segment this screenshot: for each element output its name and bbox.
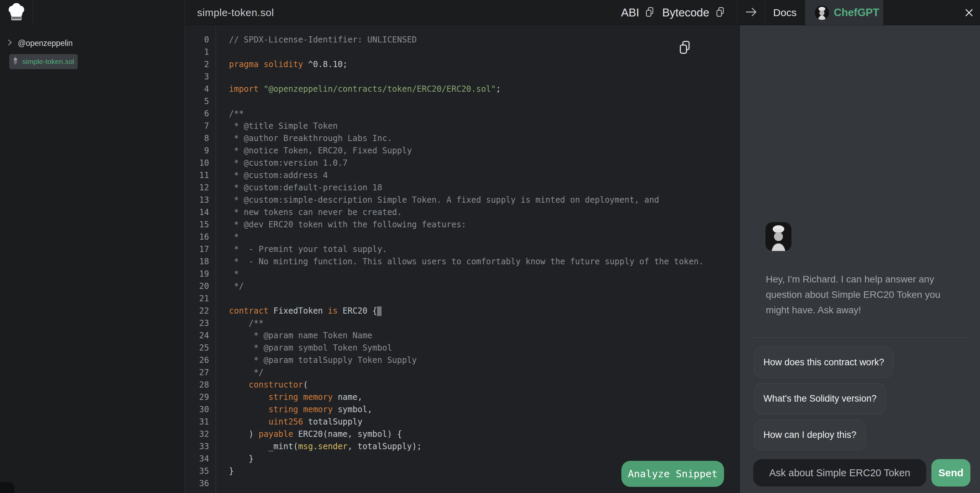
line-number: 36: [185, 479, 209, 488]
line-number: 9: [185, 146, 209, 155]
chef-avatar-icon: [815, 5, 829, 20]
line-number: 28: [185, 380, 209, 389]
chat-input-row: Send: [740, 459, 980, 487]
copy-icon: [716, 7, 725, 19]
panel-divider: [752, 338, 970, 338]
code-lines: 0// SPDX-License-Identifier: UNLICENSED1…: [185, 34, 740, 490]
line-number: 3: [185, 72, 209, 81]
docs-tab-label: Docs: [773, 7, 797, 19]
line-number: 29: [185, 392, 209, 402]
sidebar-header: [33, 0, 185, 25]
line-number: 10: [185, 158, 209, 168]
code-line[interactable]: 15 * @dev ERC20 token with the following…: [185, 219, 740, 231]
line-number: 27: [185, 368, 209, 377]
code-line[interactable]: 4import "@openzeppelin/contracts/token/E…: [185, 83, 740, 95]
code-line[interactable]: 27 */: [185, 366, 740, 379]
code-line[interactable]: 32 ) payable ERC20(name, symbol) {: [185, 428, 740, 440]
analyze-snippet-button[interactable]: Analyze Snippet: [621, 461, 724, 487]
code-line[interactable]: 12 * @custom:default-precision 18: [185, 182, 740, 194]
suggestion-chip[interactable]: How does this contract work?: [754, 347, 893, 378]
code-line[interactable]: 22contract FixedToken is ERC20 {: [185, 305, 740, 317]
line-number: 33: [185, 442, 209, 451]
code-line[interactable]: 20 */: [185, 280, 740, 292]
line-number: 34: [185, 454, 209, 464]
bytecode-label[interactable]: Bytecode: [662, 6, 710, 19]
tab-chefgpt[interactable]: ChefGPT: [805, 0, 883, 25]
code-line[interactable]: 29 string memory name,: [185, 391, 740, 403]
tab-docs[interactable]: Docs: [765, 0, 805, 25]
copy-abi-button[interactable]: [645, 7, 654, 19]
chefgpt-tab-label: ChefGPT: [834, 6, 880, 19]
line-number: 19: [185, 269, 209, 279]
folder-label: @openzeppelin: [18, 39, 73, 48]
code-line[interactable]: 11 * @custom:address 4: [185, 169, 740, 182]
line-number: 32: [185, 429, 209, 439]
top-bar-actions: ABI Bytecode: [612, 0, 980, 25]
code-line[interactable]: 5: [185, 95, 740, 107]
abi-label[interactable]: ABI: [621, 6, 639, 19]
copy-code-button[interactable]: [675, 38, 694, 57]
code-line[interactable]: 8 * @author Breakthrough Labs Inc.: [185, 132, 740, 145]
code-line[interactable]: 30 string memory symbol,: [185, 403, 740, 416]
line-number: 22: [185, 306, 209, 316]
corner-shape: [0, 482, 14, 493]
arrow-right-icon: [745, 5, 757, 19]
line-number: 26: [185, 355, 209, 365]
code-line[interactable]: 10 * @custom:version 1.0.7: [185, 157, 740, 169]
suggestion-chip[interactable]: What's the Solidity version?: [754, 383, 886, 414]
line-number: 1: [185, 47, 209, 57]
code-line[interactable]: 6/**: [185, 107, 740, 120]
line-number: 21: [185, 294, 209, 303]
code-line[interactable]: 18 * - No minting function. This allows …: [185, 255, 740, 268]
code-line[interactable]: 33 _mint(msg.sender, totalSupply);: [185, 440, 740, 453]
code-line[interactable]: 1: [185, 46, 740, 58]
send-button[interactable]: Send: [931, 459, 970, 487]
line-number: 5: [185, 97, 209, 106]
line-number: 35: [185, 466, 209, 476]
code-line[interactable]: 13 * @custom:simple-description Simple T…: [185, 194, 740, 206]
code-line[interactable]: 9 * @notice Token, ERC20, Fixed Supply: [185, 145, 740, 157]
code-line[interactable]: 17 * - Premint your total supply.: [185, 243, 740, 255]
line-number: 23: [185, 318, 209, 328]
code-line[interactable]: 28 constructor(: [185, 379, 740, 391]
copy-icon: [645, 7, 654, 19]
code-line[interactable]: 16 *: [185, 231, 740, 243]
line-number: 20: [185, 281, 209, 291]
code-line[interactable]: 0// SPDX-License-Identifier: UNLICENSED: [185, 34, 740, 46]
chat-input[interactable]: [753, 459, 926, 487]
copy-bytecode-button[interactable]: [716, 7, 725, 19]
code-line[interactable]: 25 * @param symbol Token Symbol: [185, 342, 740, 354]
line-number: 14: [185, 207, 209, 217]
sidebar-item-simple-token[interactable]: simple-token.sol: [9, 54, 78, 69]
richard-avatar: [765, 222, 791, 251]
code-line[interactable]: 26 * @param totalSupply Token Supply: [185, 354, 740, 366]
code-line[interactable]: 23 /**: [185, 317, 740, 329]
code-line[interactable]: 24 * @param name Token Name: [185, 329, 740, 342]
code-line[interactable]: 3: [185, 70, 740, 83]
close-icon[interactable]: [964, 8, 974, 18]
code-line[interactable]: 2pragma solidity ^0.8.10;: [185, 58, 740, 70]
sidebar-item-openzeppelin[interactable]: @openzeppelin: [7, 37, 73, 49]
line-number: 24: [185, 331, 209, 340]
chef-hat-icon: [6, 3, 27, 22]
line-number: 11: [185, 171, 209, 180]
code-line[interactable]: 21: [185, 292, 740, 305]
suggestion-chip[interactable]: How can I deploy this?: [754, 420, 866, 450]
line-number: 8: [185, 134, 209, 143]
text-cursor: [377, 306, 382, 316]
open-panel-button[interactable]: [745, 5, 757, 19]
code-line[interactable]: 14 * new tokens can never be created.: [185, 206, 740, 219]
code-line[interactable]: 19 *: [185, 268, 740, 280]
greeting-text: Hey, I'm Richard. I can help answer any …: [766, 271, 955, 318]
line-number: 7: [185, 121, 209, 131]
line-number: 0: [185, 35, 209, 45]
line-number: 15: [185, 220, 209, 230]
line-number: 6: [185, 109, 209, 118]
code-line[interactable]: 31 uint256 totalSupply: [185, 416, 740, 428]
app-logo[interactable]: [0, 0, 33, 25]
code-editor[interactable]: 0// SPDX-License-Identifier: UNLICENSED1…: [185, 26, 740, 493]
chefgpt-panel: Hey, I'm Richard. I can help answer any …: [740, 26, 980, 493]
copy-icon: [679, 40, 691, 56]
code-line[interactable]: 7 * @title Simple Token: [185, 120, 740, 132]
line-number: 4: [185, 84, 209, 94]
